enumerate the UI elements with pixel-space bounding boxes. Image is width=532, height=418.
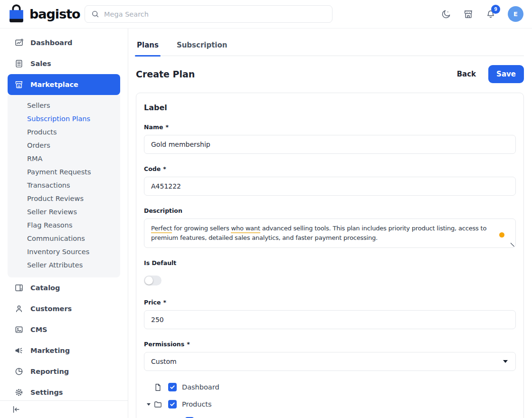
price-input[interactable]: [144, 310, 516, 329]
name-input[interactable]: [144, 135, 516, 154]
sidebar-item-label: Settings: [30, 389, 63, 396]
permissions-field-label: Permissions *: [144, 341, 516, 348]
marketing-megaphone-icon: [14, 346, 24, 355]
cms-icon: [14, 325, 24, 334]
submenu-item-seller-attributes[interactable]: Seller Attributes: [8, 258, 120, 272]
submenu-item-rma[interactable]: RMA: [8, 152, 120, 165]
dashboard-icon: [14, 38, 24, 48]
toggle-knob: [145, 276, 153, 285]
sidebar-item-catalog[interactable]: Catalog: [8, 277, 120, 298]
settings-gear-icon: [14, 388, 24, 397]
tree-label: Products: [182, 400, 212, 408]
sidebar-item-label: Marketplace: [30, 81, 78, 88]
sidebar-item-label: CMS: [30, 326, 48, 333]
is-default-toggle[interactable]: [144, 276, 162, 285]
submenu-item-inventory-sources[interactable]: Inventory Sources: [8, 245, 120, 258]
tree-row-create: Create: [147, 413, 516, 418]
submenu-item-products[interactable]: Products: [8, 125, 120, 139]
sidebar-collapse-button[interactable]: [11, 405, 21, 414]
spellcheck-underlined-word: who want: [231, 225, 260, 233]
sidebar-item-sales[interactable]: Sales: [8, 53, 120, 74]
notification-count-badge: 9: [491, 5, 500, 14]
code-field-label: Code *: [144, 165, 516, 172]
description-textarea[interactable]: Perfect for growing sellers who want adv…: [144, 218, 516, 248]
submenu-item-sellers[interactable]: Sellers: [8, 99, 120, 112]
sidebar-item-marketing[interactable]: Marketing: [8, 340, 120, 361]
sidebar-menu: Dashboard Sales: [0, 28, 128, 400]
required-asterisk: *: [163, 299, 167, 306]
storefront-button[interactable]: [463, 9, 474, 19]
folder-icon: [153, 400, 162, 409]
submenu-item-flag-reasons[interactable]: Flag Reasons: [8, 218, 120, 232]
save-button[interactable]: Save: [488, 65, 524, 83]
submenu-item-communications[interactable]: Communications: [8, 232, 120, 245]
sidebar: Dashboard Sales: [0, 28, 128, 418]
marketplace-group: Marketplace Sellers Subscription Plans P…: [0, 74, 128, 277]
page-title: Create Plan: [136, 69, 195, 79]
description-line: premium features, detailed sales analyti…: [151, 233, 487, 243]
submenu-item-seller-reviews[interactable]: Seller Reviews: [8, 205, 120, 218]
app-window: bagisto: [0, 0, 532, 418]
permission-tree: Dashboard: [144, 379, 516, 418]
sidebar-item-label: Dashboard: [30, 39, 72, 47]
marketplace-icon: [14, 80, 24, 89]
sidebar-item-dashboard[interactable]: Dashboard: [8, 32, 120, 53]
price-field-label: Price *: [144, 299, 516, 306]
required-asterisk: *: [187, 341, 190, 348]
sidebar-item-marketplace[interactable]: Marketplace: [8, 74, 120, 95]
sidebar-item-label: Catalog: [30, 284, 60, 292]
tree-checkbox-dashboard[interactable]: [168, 383, 177, 391]
spellcheck-underlined-word: Perfect: [151, 225, 172, 233]
tree-row-products: Products: [147, 396, 516, 413]
search-input[interactable]: [85, 5, 332, 23]
collapse-arrow-icon: [11, 405, 21, 414]
name-field-label: Name *: [144, 124, 516, 131]
sales-icon: [14, 59, 24, 68]
storefront-icon: [463, 9, 474, 19]
chevron-down-icon: [503, 360, 508, 363]
tab-subscription[interactable]: Subscription: [176, 41, 228, 56]
permissions-select[interactable]: Custom: [144, 352, 516, 371]
user-avatar[interactable]: E: [508, 6, 523, 22]
submenu-item-product-reviews[interactable]: Product Reviews: [8, 192, 120, 205]
sidebar-item-settings[interactable]: Settings: [8, 382, 120, 400]
textarea-resize-handle[interactable]: [511, 243, 514, 247]
top-header: bagisto: [0, 0, 532, 28]
header-actions: 9 E: [441, 6, 523, 22]
code-input[interactable]: [144, 177, 516, 196]
submenu-item-transactions[interactable]: Transactions: [8, 179, 120, 192]
permissions-selected-value: Custom: [151, 358, 177, 365]
tree-checkbox-products[interactable]: [168, 400, 177, 408]
back-button[interactable]: Back: [457, 70, 476, 78]
main-content: Plans Subscription Create Plan Back Save…: [128, 28, 532, 418]
page-actions: Back Save: [457, 65, 524, 83]
customers-icon: [14, 304, 24, 314]
sidebar-item-customers[interactable]: Customers: [8, 298, 120, 319]
search-icon: [91, 10, 100, 19]
sidebar-footer: [0, 400, 128, 418]
is-default-field-label: Is Default: [144, 259, 516, 266]
tree-expand-caret-icon[interactable]: [147, 403, 151, 406]
brand-logo[interactable]: bagisto: [8, 4, 85, 24]
description-line: Perfect for growing sellers who want adv…: [151, 224, 487, 233]
description-field-label: Description: [144, 207, 516, 214]
submenu-item-orders[interactable]: Orders: [8, 139, 120, 152]
page-header: Create Plan Back Save: [136, 65, 524, 84]
notifications-button[interactable]: 9: [485, 9, 496, 19]
grammar-assistant-dot-icon[interactable]: [499, 232, 504, 238]
shopping-bag-logo-icon: [8, 4, 25, 24]
submenu-item-subscription-plans[interactable]: Subscription Plans: [8, 112, 120, 125]
document-icon: [153, 383, 162, 392]
dark-mode-toggle-button[interactable]: [441, 9, 451, 19]
submenu-item-payment-requests[interactable]: Payment Requests: [8, 165, 120, 179]
sidebar-item-reporting[interactable]: Reporting: [8, 361, 120, 382]
reporting-pie-chart-icon: [14, 367, 24, 376]
mega-search: [85, 5, 332, 23]
tab-bar: Plans Subscription: [136, 28, 524, 56]
catalog-icon: [14, 283, 24, 293]
form-section-title: Label: [144, 103, 516, 112]
tab-plans[interactable]: Plans: [136, 41, 160, 56]
create-plan-form-card: Label Name * Code * Description: [136, 93, 524, 418]
sidebar-item-cms[interactable]: CMS: [8, 319, 120, 340]
sidebar-item-label: Marketing: [30, 347, 70, 354]
